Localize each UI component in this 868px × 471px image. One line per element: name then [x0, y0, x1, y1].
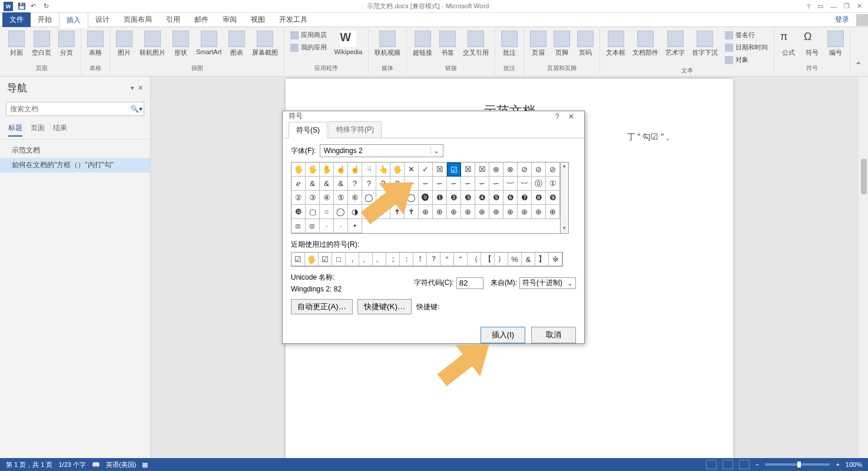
symbol-cell[interactable]: ⊕ — [433, 205, 447, 219]
nav-close-icon[interactable]: ✕ — [138, 84, 143, 92]
recent-symbol-cell[interactable]: ； — [386, 253, 400, 266]
symbol-cell[interactable]: ▢ — [306, 205, 320, 219]
search-icon[interactable]: 🔍▾ — [128, 102, 144, 115]
symbol-cell[interactable]: · — [320, 219, 334, 233]
zoom-level[interactable]: 100% — [846, 461, 862, 468]
symbol-cell[interactable]: ☝ — [348, 162, 362, 177]
chevron-down-icon[interactable]: ⌄ — [567, 279, 573, 287]
equation-button[interactable]: π公式 — [778, 29, 799, 58]
symbol-cell[interactable]: ⊕ — [546, 205, 560, 219]
web-layout-icon[interactable] — [739, 460, 750, 469]
symbol-cell[interactable]: ∽ — [419, 177, 433, 191]
dropcap-button[interactable]: 首字下沉 — [690, 29, 720, 58]
header-button[interactable]: 页眉 — [528, 29, 549, 58]
smartart-button[interactable]: SmartArt — [194, 29, 224, 57]
tab-home[interactable]: 开始 — [31, 12, 59, 27]
symbol-cell[interactable]: ∽ — [489, 177, 503, 191]
hyperlink-button[interactable]: 超链接 — [410, 29, 435, 58]
recent-symbol-cell[interactable]: 】 — [535, 253, 549, 266]
redo-icon[interactable]: ↻ — [44, 2, 52, 11]
wordart-button[interactable]: 艺术字 — [663, 29, 687, 58]
status-word-count[interactable]: 1/23 个字 — [58, 460, 85, 469]
symbol-grid-scrollbar[interactable]: ▴ ▾ — [561, 162, 569, 234]
symbol-cell[interactable]: ◯ — [334, 205, 348, 219]
symbol-cell[interactable]: ∽ — [461, 177, 475, 191]
symbol-cell[interactable]: ℯ — [291, 177, 306, 191]
save-icon[interactable]: 💾 — [18, 2, 26, 11]
nav-tab-pages[interactable]: 页面 — [31, 123, 45, 137]
symbol-cell[interactable]: ❷ — [447, 191, 461, 205]
recent-symbol-cell[interactable]: ： — [400, 253, 413, 266]
collapse-ribbon-icon[interactable]: ⌃ — [851, 57, 866, 75]
my-apps-button[interactable]: 我的应用 — [288, 42, 329, 53]
symbol-cell[interactable]: ❾ — [546, 191, 560, 205]
symbol-cell[interactable]: ❽ — [532, 191, 546, 205]
symbol-cell[interactable]: ✓ — [419, 162, 433, 177]
tab-layout[interactable]: 页面布局 — [117, 12, 159, 27]
tab-insert[interactable]: 插入 — [59, 12, 88, 28]
symbol-cell[interactable]: ⦻ — [291, 219, 306, 233]
symbol-cell[interactable]: ⊕ — [419, 205, 433, 219]
tab-design[interactable]: 设计 — [88, 12, 117, 27]
recent-symbol-cell[interactable]: ） — [495, 253, 508, 266]
number-button[interactable]: 编号 — [825, 29, 846, 58]
tab-mailings[interactable]: 邮件 — [187, 12, 216, 27]
symbol-cell[interactable]: ⊕ — [518, 205, 532, 219]
symbol-button[interactable]: Ω符号 — [801, 29, 823, 58]
char-code-input[interactable] — [456, 277, 483, 289]
symbol-cell[interactable]: ⊕ — [489, 205, 503, 219]
cancel-button[interactable]: 取消 — [531, 327, 576, 343]
nav-search[interactable]: 🔍▾ — [6, 102, 144, 116]
object-button[interactable]: 对象 — [723, 54, 770, 65]
recent-symbol-cell[interactable]: " — [440, 253, 454, 266]
symbol-cell[interactable]: ❼ — [518, 191, 532, 205]
nav-tab-headings[interactable]: 标题 — [8, 123, 22, 137]
symbol-cell[interactable]: ❺ — [489, 191, 503, 205]
tab-developer[interactable]: 开发工具 — [272, 12, 314, 27]
symbol-cell[interactable]: ✋ — [320, 162, 334, 177]
symbol-cell[interactable]: ☑ — [447, 162, 461, 177]
shortcut-key-button[interactable]: 快捷键(K)… — [357, 299, 412, 314]
autocorrect-button[interactable]: 自动更正(A)… — [291, 299, 353, 314]
insert-button[interactable]: 插入(I) — [481, 327, 525, 343]
pictures-button[interactable]: 图片 — [114, 29, 135, 58]
nav-dropdown-icon[interactable]: ▾ — [131, 84, 134, 92]
online-video-button[interactable]: 联机视频 — [372, 29, 403, 58]
recent-symbol-cell[interactable]: 。 — [373, 253, 386, 266]
recent-symbol-cell[interactable]: 【 — [481, 253, 495, 266]
symbol-cell[interactable]: ❿ — [291, 205, 306, 219]
symbol-cell[interactable]: ○ — [320, 205, 334, 219]
status-language[interactable]: 英语(美国) — [106, 460, 136, 469]
symbol-cell[interactable]: 🖐 — [306, 162, 320, 177]
recent-symbol-cell[interactable]: ☑ — [319, 253, 332, 266]
symbol-cell[interactable]: ⊕ — [532, 205, 546, 219]
zoom-out-icon[interactable]: − — [756, 461, 759, 468]
page-break-button[interactable]: 分页 — [56, 29, 77, 58]
symbol-cell[interactable]: 〰 — [503, 177, 518, 191]
dialog-close-icon[interactable]: ✕ — [564, 112, 578, 121]
minimize-icon[interactable]: — — [830, 3, 837, 10]
symbol-cell[interactable]: ④ — [320, 191, 334, 205]
tab-view[interactable]: 视图 — [244, 12, 272, 27]
dialog-tab-symbols[interactable]: 符号(S) — [289, 122, 327, 138]
symbol-cell[interactable]: ❹ — [475, 191, 489, 205]
symbol-cell[interactable]: ☒ — [475, 162, 489, 177]
symbol-cell[interactable]: ∽ — [447, 177, 461, 191]
chart-button[interactable]: 图表 — [226, 29, 247, 58]
symbol-cell[interactable]: ☟ — [362, 162, 376, 177]
recent-symbol-cell[interactable]: ※ — [549, 253, 562, 266]
recent-symbol-cell[interactable]: & — [522, 253, 535, 266]
recent-symbol-cell[interactable]: " — [454, 253, 468, 266]
symbol-cell[interactable]: ⊕ — [461, 205, 475, 219]
symbol-cell[interactable]: 🖐 — [291, 162, 306, 177]
zoom-in-icon[interactable]: + — [836, 461, 839, 468]
symbol-cell[interactable]: ☒ — [461, 162, 475, 177]
nav-tab-results[interactable]: 结果 — [53, 123, 67, 137]
symbol-cell[interactable]: ⊗ — [489, 162, 503, 177]
cross-reference-button[interactable]: 交叉引用 — [460, 29, 491, 58]
nav-item[interactable]: 如何在文档的"方框（）"内打"勾" — [0, 158, 150, 173]
date-time-button[interactable]: 日期和时间 — [723, 42, 770, 53]
recent-symbol-cell[interactable]: ， — [346, 253, 359, 266]
dialog-help-icon[interactable]: ? — [550, 112, 564, 121]
symbol-cell[interactable]: ⊕ — [475, 205, 489, 219]
